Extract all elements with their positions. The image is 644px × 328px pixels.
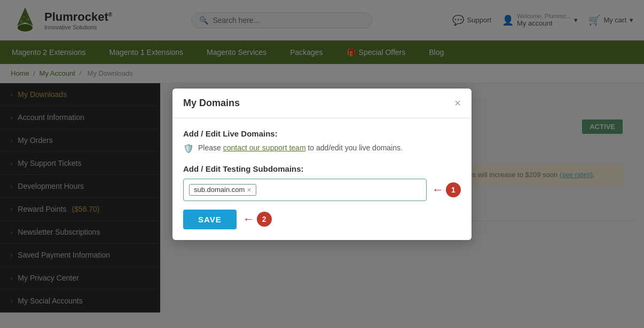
live-domains-label: Add / Edit Live Domains:: [183, 129, 461, 138]
contact-support-link[interactable]: contact our support team: [223, 143, 306, 152]
subdomain-tag: sub.domain.com ×: [189, 184, 256, 196]
modal-close-button[interactable]: ×: [454, 97, 461, 109]
step-1-circle: 1: [446, 182, 461, 197]
indicator-1: ← 1: [432, 182, 461, 197]
step-2-circle: 2: [257, 212, 272, 227]
modal-body: Add / Edit Live Domains: 🛡️ Please conta…: [172, 118, 472, 240]
left-arrow-icon: ←: [432, 184, 444, 196]
subdomain-section: Add / Edit Testing Subdomains: sub.domai…: [183, 164, 461, 201]
live-domain-info: 🛡️ Please contact our support team to ad…: [183, 143, 461, 154]
modal-overlay[interactable]: My Domains × Add / Edit Live Domains: 🛡️…: [0, 0, 644, 313]
tag-remove-button[interactable]: ×: [247, 186, 251, 194]
modal-header: My Domains ×: [172, 89, 472, 118]
my-domains-modal: My Domains × Add / Edit Live Domains: 🛡️…: [172, 89, 472, 240]
left-arrow-2-icon: ←: [243, 213, 255, 225]
save-button[interactable]: SAVE: [183, 210, 237, 229]
subdomain-tag-input[interactable]: sub.domain.com ×: [183, 179, 427, 201]
modal-title: My Domains: [183, 98, 240, 109]
indicator-2: ← 2: [243, 212, 272, 227]
save-row: SAVE ← 2: [183, 210, 461, 229]
testing-subdomains-label: Add / Edit Testing Subdomains:: [183, 164, 461, 173]
info-icon: 🛡️: [183, 143, 194, 154]
tag-input-row: sub.domain.com × ← 1: [183, 179, 461, 201]
